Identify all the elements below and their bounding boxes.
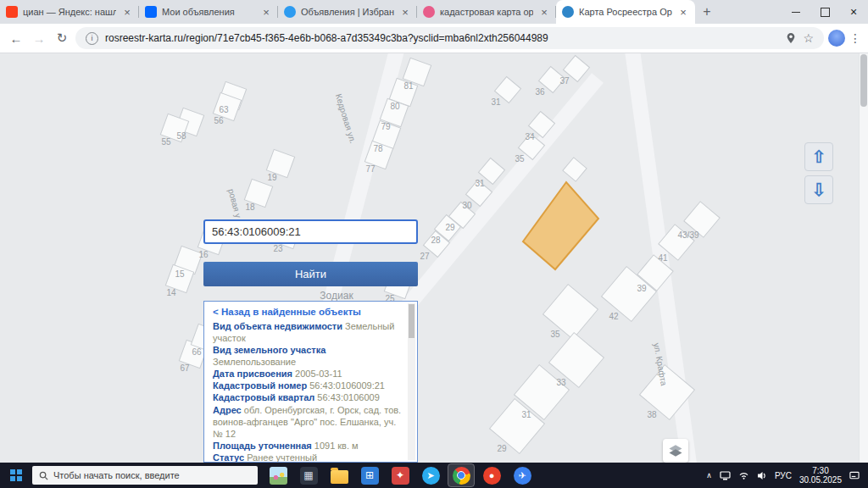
parcel-number: 30 [462,201,471,210]
parcel-number: 27 [420,252,429,261]
parcel-number: 55 [161,137,170,147]
browser-tab[interactable]: кадастровая карта орск пу× [417,0,556,24]
tab-title: циан — Яндекс: нашлось 5 [23,7,116,17]
telegram-icon[interactable]: ➤ [418,464,443,486]
security-icon[interactable]: ✦ [387,464,413,486]
taskbar-clock[interactable]: 7:30 30.05.2025 [799,466,842,485]
attribute-row: Дата присвоения 2005-03-11 [213,368,402,380]
file-explorer-icon-glyph [331,470,348,484]
parcel-number: 39 [637,284,646,293]
start-button[interactable] [5,464,27,486]
parcel-number: 58 [176,131,186,141]
parcel-number: 19 [267,173,276,182]
notification-center-icon[interactable] [849,471,860,480]
parcel-number: 41 [658,253,667,263]
widgets-icon[interactable]: ▦ [296,464,321,486]
back-to-results-link[interactable]: < Назад в найденные объекты [213,307,402,317]
panel-scrollbar[interactable] [408,303,415,460]
browser-toolbar: ← → ↻ i rosreestr-karta.ru/region/71e7cb… [0,24,868,53]
widgets-icon-glyph: ▦ [300,467,318,485]
store-icon-glyph: ⊞ [361,467,379,485]
taskbar-search-text: Чтобы начать поиск, введите [53,470,180,480]
browser-tab[interactable]: Мои объявления× [139,0,278,24]
chrome-icon[interactable] [448,464,474,486]
find-button[interactable]: Найти [203,262,418,286]
yandex-browser-icon[interactable]: ● [479,464,504,486]
parcel-number: 80 [390,102,399,111]
panel-scrollbar-thumb[interactable] [409,304,415,338]
tab-close-icon[interactable]: × [677,6,689,19]
browser-tab[interactable]: Карта Росреестра Оренбур× [556,0,695,24]
location-pin-icon[interactable] [786,32,796,44]
street-label: Зодиак [320,290,353,302]
page-scrollbar-thumb[interactable] [860,54,867,107]
tab-close-icon[interactable]: × [399,6,411,19]
parcel-number: 31 [475,179,484,188]
parcel-number: 15 [175,269,184,279]
browser-tab[interactable]: Объявления | Избранное |× [278,0,417,24]
parcel-number: 14 [166,288,175,297]
browser-tab[interactable]: циан — Яндекс: нашлось 5× [0,0,139,24]
tab-close-icon[interactable]: × [121,6,133,19]
page-scrollbar[interactable] [859,53,868,463]
photos-icon[interactable] [265,464,291,486]
mail-icon[interactable]: ✈ [509,464,535,486]
parcel-number: 63 [219,105,228,114]
parcel-number: 66 [192,347,201,357]
wifi-icon[interactable] [738,471,749,480]
taskbar-search[interactable]: Чтобы начать поиск, введите [32,466,258,485]
mail-icon-glyph: ✈ [514,467,531,485]
tab-title: Объявления | Избранное | [301,7,394,17]
new-tab-button[interactable]: + [695,0,719,24]
forward-button[interactable]: → [30,31,48,46]
cadastral-search-input[interactable] [203,219,418,244]
security-icon-glyph: ✦ [392,467,409,485]
highlighted-parcel[interactable] [523,182,598,269]
telegram-icon-glyph: ➤ [422,467,440,485]
taskbar-app-icons: ▦⊞✦➤●✈ [263,464,537,486]
bookmark-star-icon[interactable]: ☆ [803,32,814,44]
attribute-row: Адрес обл. Оренбургская, г. Орск, сад. т… [213,404,402,440]
map-arrow-up-button[interactable]: ⇧ [804,142,833,171]
attribute-row: Вид объекта недвижимости Земельный участ… [213,320,402,344]
attribute-row: Кадастровый номер 56:43:0106009:21 [213,380,402,391]
window-controls: × [782,0,868,24]
map-nav-buttons: ⇧ ⇩ [804,142,833,204]
attribute-row: Площадь уточненная 1091 кв. м [213,440,402,452]
file-explorer-icon[interactable] [326,464,352,486]
store-icon[interactable]: ⊞ [357,464,382,486]
parcel-number: 37 [559,76,569,86]
attribute-row: Статус Ранее учтенный [213,452,402,463]
tab-close-icon[interactable]: × [260,6,272,19]
url-text[interactable]: rosreestr-karta.ru/region/71e7cb45-f365-… [105,32,779,44]
parcel-number: 81 [403,81,413,91]
layers-button[interactable] [663,439,688,463]
back-button[interactable]: ← [7,31,25,46]
tray-expand-icon[interactable]: ∧ [706,471,712,480]
cadastral-map [0,53,868,463]
map-canvas[interactable]: 8180797877635658551918161514232537363134… [0,53,868,463]
tab-close-icon[interactable]: × [538,6,550,19]
browser-menu-icon[interactable]: ⋮ [849,31,861,45]
site-info-icon[interactable]: i [86,32,98,45]
network-icon[interactable] [720,471,731,480]
volume-icon[interactable] [757,471,767,480]
reload-button[interactable]: ↻ [53,30,71,46]
parcel-number: 35 [550,330,559,339]
window-close-button[interactable]: × [839,0,868,24]
tab-title: Мои объявления [162,7,255,17]
window-maximize-button[interactable] [810,0,839,24]
parcel-number: 29 [497,444,506,453]
language-indicator[interactable]: РУС [775,471,792,480]
address-bar[interactable]: i rosreestr-karta.ru/region/71e7cb45-f36… [75,27,824,49]
window-minimize-button[interactable] [782,0,810,24]
map-arrow-down-button[interactable]: ⇩ [804,175,833,204]
rosreestr-favicon [562,6,574,18]
tab-title: кадастровая карта орск пу [440,7,533,17]
cian-favicon [145,6,157,18]
attribute-row: Вид земельного участка Землепользование [213,344,402,368]
system-tray: ∧ РУС 7:30 30.05.2025 [706,466,863,485]
profile-avatar[interactable] [828,30,845,47]
parcel-number: 31 [521,410,531,419]
kadastr-favicon [423,6,435,18]
